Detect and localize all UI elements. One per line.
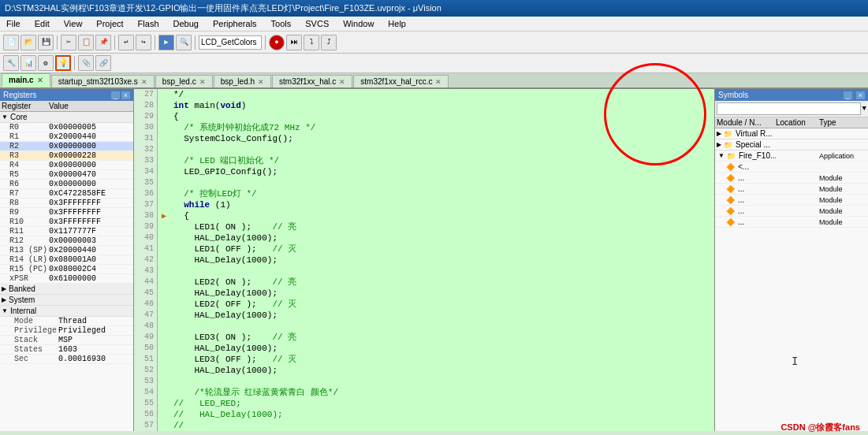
internal-group[interactable]: ▼ Internal (0, 306, 133, 317)
code-line-29[interactable]: 29 { (134, 111, 714, 122)
code-line-30[interactable]: 30 /* 系统时钟初始化成72 MHz */ (134, 122, 714, 133)
code-line-33[interactable]: 33 /* LED 端口初始化 */ (134, 155, 714, 166)
code-line-51[interactable]: 51 LED3( OFF ); // 灭 (134, 354, 714, 365)
menu-help[interactable]: Help (385, 18, 409, 29)
step-over-btn[interactable]: ⤵ (304, 35, 319, 50)
code-line-38[interactable]: 38 ▶ { (134, 210, 714, 221)
sym-filter-input[interactable] (717, 102, 861, 115)
redo-btn[interactable]: ↪ (136, 35, 151, 50)
tab-close-0[interactable]: ✕ (37, 76, 43, 84)
reg-row-r0[interactable]: R00x00000005 (0, 123, 133, 132)
sym-item-2[interactable]: ▼📁Fire_F10...Application (715, 151, 868, 162)
build-btn[interactable]: ▶ (158, 35, 174, 50)
save-btn[interactable]: 💾 (38, 35, 54, 50)
code-line-46[interactable]: 46 LED2( OFF ); // 灭 (134, 299, 714, 310)
tab-4[interactable]: stm32f1xx_hal.c✕ (272, 75, 352, 87)
tb2-btn4[interactable]: 💡 (55, 55, 71, 71)
menu-project[interactable]: Project (93, 18, 126, 29)
reg-row-xpsr[interactable]: xPSR0x61000000 (0, 274, 133, 284)
function-combo[interactable] (199, 35, 262, 50)
code-scroll[interactable]: 27 */ 28 int main(void) 29 { 30 /* 系统时钟初… (134, 89, 714, 431)
code-line-45[interactable]: 45 HAL_Delay(1000); (134, 288, 714, 299)
code-line-44[interactable]: 44 LED2( ON ); // 亮 (134, 277, 714, 288)
code-line-43[interactable]: 43 (134, 266, 714, 277)
sym-minimize-btn[interactable]: _ (844, 91, 852, 99)
paste-btn[interactable]: 📌 (95, 35, 111, 50)
reg-close-btn[interactable]: × (121, 91, 130, 99)
reg-row-r3[interactable]: R30x00000228 (0, 151, 133, 161)
reg-row-r4[interactable]: R40x00000000 (0, 161, 133, 170)
code-line-57[interactable]: 57 // (134, 420, 714, 431)
reg-row-r8[interactable]: R80x3FFFFFFFF (0, 199, 133, 208)
tab-1[interactable]: startup_stm32f103xe.s✕ (51, 75, 155, 87)
sym-subitem-7[interactable]: 🔶...Module (715, 206, 868, 217)
code-line-42[interactable]: 42 HAL_Delay(1000); (134, 255, 714, 266)
sym-close-btn[interactable]: × (856, 91, 865, 99)
reg-row-r6[interactable]: R60x00000000 (0, 180, 133, 189)
tb2-btn6[interactable]: 🔗 (95, 55, 111, 71)
open-btn[interactable]: 📂 (20, 35, 36, 50)
reg-row-r14lr[interactable]: R14 (LR)0x080001A0 (0, 255, 133, 265)
system-group[interactable]: ▶ System (0, 295, 133, 306)
reg-row-r1[interactable]: R10x20000440 (0, 132, 133, 142)
undo-btn[interactable]: ↩ (118, 35, 134, 50)
menu-edit[interactable]: Edit (32, 18, 53, 29)
reg-row-r15pc[interactable]: R15 (PC)0x080002C4 (0, 265, 133, 274)
code-line-35[interactable]: 35 (134, 177, 714, 188)
code-line-50[interactable]: 50 HAL_Delay(1000); (134, 343, 714, 354)
menu-svcs[interactable]: SVCS (302, 18, 332, 29)
code-line-54[interactable]: 54 /*轮流显示 红绿蓝黄紫青白 颜色*/ (134, 387, 714, 398)
copy-btn[interactable]: 📋 (78, 35, 94, 50)
tb2-btn2[interactable]: 📊 (20, 55, 36, 71)
code-line-37[interactable]: 37 while (1) (134, 199, 714, 210)
code-line-36[interactable]: 36 /* 控制LED灯 */ (134, 188, 714, 199)
reg-row-r7[interactable]: R70xC4722858FE (0, 189, 133, 199)
tab-3[interactable]: bsp_led.h✕ (214, 75, 271, 87)
tab-5[interactable]: stm32f1xx_hal_rcc.c✕ (353, 75, 449, 87)
menu-tools[interactable]: Tools (268, 18, 295, 29)
reg-minimize-btn[interactable]: _ (111, 91, 120, 99)
sym-subitem-6[interactable]: 🔶...Module (715, 195, 868, 206)
tab-close-5[interactable]: ✕ (435, 78, 441, 86)
code-line-39[interactable]: 39 LED1( ON ); // 亮 (134, 221, 714, 232)
code-line-27[interactable]: 27 */ (134, 89, 714, 100)
tab-close-2[interactable]: ✕ (199, 78, 206, 86)
sym-group-0[interactable]: ▶📁Virtual R... (715, 128, 868, 139)
tb2-btn3[interactable]: ⚙ (38, 55, 54, 71)
menu-view[interactable]: View (61, 18, 86, 29)
sym-subitem-5[interactable]: 🔶...Module (715, 184, 868, 195)
sym-subitem-8[interactable]: 🔶...Module (715, 217, 868, 228)
code-line-55[interactable]: 55 // LED_RED; (134, 398, 714, 409)
tb2-btn1[interactable]: 🔧 (3, 55, 19, 71)
reg-row-r13sp[interactable]: R13 (SP)0x20000440 (0, 246, 133, 255)
tab-close-4[interactable]: ✕ (339, 78, 345, 86)
reg-row-r9[interactable]: R90x3FFFFFFFF (0, 208, 133, 217)
debug-btn[interactable]: 🔍 (176, 35, 192, 50)
sym-subitem-4[interactable]: 🔶...Module (715, 173, 868, 184)
tab-0[interactable]: main.c✕ (2, 73, 50, 87)
menu-peripherals[interactable]: Peripherals (210, 18, 260, 29)
sym-group-1[interactable]: ▶📁Special ... (715, 139, 868, 151)
code-line-31[interactable]: 31 SystemClock_Config(); (134, 133, 714, 144)
reg-row-r10[interactable]: R100x3FFFFFFFF (0, 217, 133, 227)
code-line-32[interactable]: 32 (134, 144, 714, 155)
step-out-btn[interactable]: ⤴ (321, 35, 337, 50)
code-line-56[interactable]: 56 // HAL_Delay(1000); (134, 409, 714, 420)
code-line-40[interactable]: 40 HAL_Delay(1000); (134, 232, 714, 244)
tb2-btn5[interactable]: 📎 (78, 55, 94, 71)
reg-row-r5[interactable]: R50x00000470 (0, 170, 133, 180)
cut-btn[interactable]: ✂ (61, 35, 76, 50)
reg-row-r11[interactable]: R110x1177777F (0, 227, 133, 236)
menu-debug[interactable]: Debug (170, 18, 202, 29)
core-group[interactable]: ▼ Core (0, 112, 133, 123)
banked-group[interactable]: ▶ Banked (0, 284, 133, 295)
sym-filter-btn[interactable]: ▼ (862, 105, 866, 113)
step-btn[interactable]: ⏭ (286, 35, 302, 50)
new-file-btn[interactable]: 📄 (3, 35, 19, 50)
tab-close-1[interactable]: ✕ (141, 78, 147, 86)
run-btn[interactable]: ● (269, 35, 285, 50)
code-line-52[interactable]: 52 HAL_Delay(1000); (134, 365, 714, 376)
menu-file[interactable]: File (3, 18, 24, 29)
reg-row-r12[interactable]: R120x00000003 (0, 236, 133, 246)
tab-2[interactable]: bsp_led.c✕ (155, 75, 213, 87)
